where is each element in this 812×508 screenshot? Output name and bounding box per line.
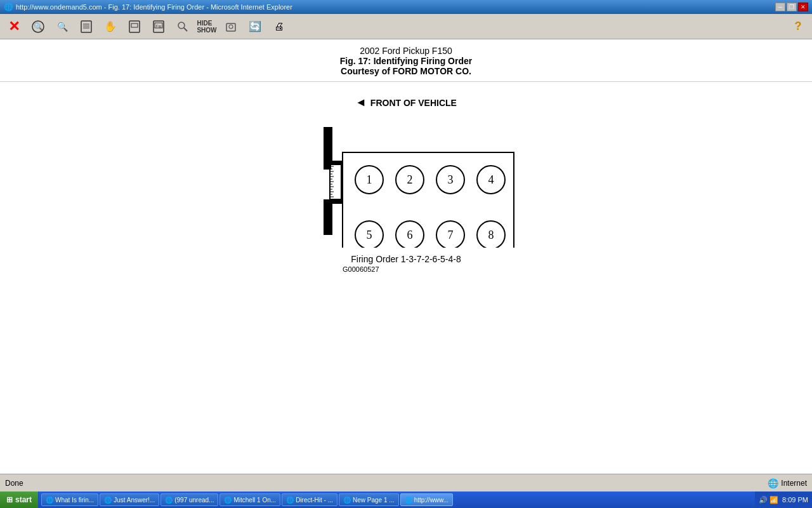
refresh-btn[interactable]: 🔄 — [244, 16, 266, 37]
engine-diagram: 1 2 3 4 5 6 7 — [285, 114, 527, 248]
status-internet: 🌐 Internet — [768, 478, 807, 488]
svg-rect-6 — [129, 21, 140, 32]
taskbar-icon-1: 🌐 — [46, 497, 53, 504]
title-bar: 🌐 http://www.ondemand5.com - Fig. 17: Id… — [0, 0, 812, 14]
courtesy-text: Courtesy of FORD MOTOR CO. — [0, 66, 812, 76]
taskbar-items: 🌐 What Is firin... 🌐 Just Answer!... 🌐 (… — [39, 493, 755, 506]
windows-logo: ⊞ — [6, 495, 13, 504]
diagram-wrapper: ◄ FRONT OF VEHICLE — [285, 96, 527, 273]
title-text: http://www.ondemand5.com - Fig. 17: Iden… — [16, 3, 775, 11]
taskbar-item-5[interactable]: 🌐 Direct-Hit - ... — [282, 493, 337, 506]
toolbar: ✕ 🔍 🔍 ✋ Fig HIDESHOW 🔄 🖨 ? — [0, 14, 812, 39]
taskbar-item-2[interactable]: 🌐 Just Answer!... — [100, 493, 159, 506]
svg-text:8: 8 — [488, 229, 494, 241]
header-section: 2002 Ford Pickup F150 Fig. 17: Identifyi… — [0, 46, 812, 82]
taskbar-icon-4: 🌐 — [224, 497, 232, 504]
svg-rect-34 — [324, 200, 332, 235]
svg-rect-2 — [81, 21, 91, 32]
svg-point-11 — [178, 22, 185, 29]
taskbar-item-3[interactable]: 🌐 (997 unread... — [160, 493, 218, 506]
taskbar-icon-5: 🌐 — [286, 497, 294, 504]
help-btn[interactable]: ? — [787, 16, 809, 37]
print-preview-btn[interactable] — [219, 16, 242, 37]
print-btn[interactable]: 🖨 — [268, 16, 291, 37]
fig2-btn[interactable] — [123, 16, 146, 37]
fig-title: Fig. 17: Identifying Firing Order — [0, 56, 812, 66]
taskbar-item-4[interactable]: 🌐 Mitchell 1 On... — [219, 493, 280, 506]
taskbar-icon-6: 🌐 — [343, 497, 351, 504]
minimize-btn[interactable]: ─ — [775, 3, 785, 11]
page-title: 2002 Ford Pickup F150 — [0, 46, 812, 56]
fig-btn[interactable] — [75, 16, 98, 37]
svg-rect-15 — [324, 127, 332, 162]
status-bar: Done 🌐 Internet — [0, 474, 812, 491]
svg-text:3: 3 — [448, 173, 454, 186]
svg-text:4: 4 — [488, 173, 494, 186]
restore-btn[interactable]: ❐ — [787, 3, 797, 11]
status-done: Done — [5, 479, 768, 488]
svg-text:6: 6 — [407, 229, 413, 241]
start-label: start — [15, 495, 32, 504]
svg-text:7: 7 — [448, 229, 454, 241]
taskbar: ⊞ start 🌐 What Is firin... 🌐 Just Answer… — [0, 491, 812, 508]
window-controls: ─ ❐ ✕ — [775, 3, 808, 11]
front-label: ◄ FRONT OF VEHICLE — [355, 96, 457, 109]
search-btn[interactable]: 🔍 — [51, 16, 74, 37]
fig3-btn[interactable]: Fig — [147, 16, 170, 37]
clock: 8:09 PM — [782, 496, 808, 504]
svg-text:1: 1 — [367, 173, 372, 186]
tray-icons: 🔊 📶 — [759, 496, 778, 504]
svg-text:Fig: Fig — [156, 24, 161, 28]
back-btn[interactable]: 🔍 — [27, 16, 49, 37]
firing-order-text: Firing Order 1-3-7-2-6-5-4-8 — [351, 254, 461, 264]
arrow-icon: ◄ — [355, 96, 367, 109]
taskbar-icon-7: 🌐 — [405, 497, 412, 504]
system-tray: 🔊 📶 8:09 PM — [755, 491, 812, 508]
svg-text:5: 5 — [367, 229, 372, 241]
globe-icon: 🌐 — [768, 478, 778, 488]
taskbar-item-6[interactable]: 🌐 New Page 1 ... — [339, 493, 399, 506]
taskbar-item-7[interactable]: 🌐 http://www... — [400, 493, 453, 506]
taskbar-icon-3: 🌐 — [165, 497, 173, 504]
start-button[interactable]: ⊞ start — [0, 491, 39, 508]
svg-point-14 — [229, 25, 233, 29]
find-btn[interactable] — [171, 16, 194, 37]
close-btn[interactable]: ✕ — [798, 3, 808, 11]
svg-line-12 — [184, 28, 187, 31]
svg-rect-7 — [131, 23, 138, 27]
taskbar-icon-2: 🌐 — [104, 497, 112, 504]
title-icon: 🌐 — [4, 3, 13, 11]
svg-text:🔍: 🔍 — [34, 22, 43, 31]
fig-code: G00060527 — [343, 265, 379, 273]
close-toolbar-btn[interactable]: ✕ — [3, 16, 25, 37]
taskbar-item-1[interactable]: 🌐 What Is firin... — [41, 493, 98, 506]
hand-btn[interactable]: ✋ — [99, 16, 122, 37]
hide-show-btn[interactable]: HIDESHOW — [195, 16, 218, 37]
svg-text:2: 2 — [407, 173, 413, 186]
content-area: 2002 Ford Pickup F150 Fig. 17: Identifyi… — [0, 39, 812, 474]
